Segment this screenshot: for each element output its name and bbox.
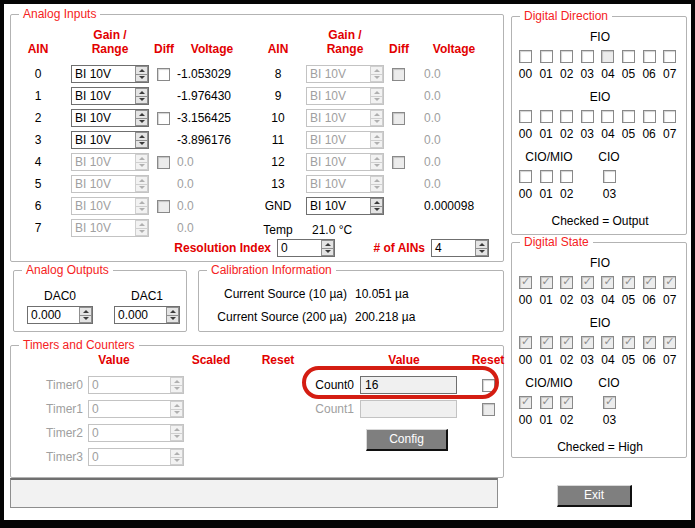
direction-fio-bit-label: 06 <box>642 68 655 81</box>
gain-range-select: BI 10V <box>306 131 384 149</box>
direction-ciomio-label: CIO/MIO <box>525 151 572 164</box>
voltage-value: 0.0 <box>424 156 441 169</box>
direction-eio-label: EIO <box>590 91 611 104</box>
spinner-arrows <box>370 154 383 170</box>
voltage-value: 0.0 <box>177 156 194 169</box>
timers-counters-group: Timers and Counters Value Scaled Reset V… <box>10 345 504 478</box>
resolution-index-spinner-value: 0 <box>278 240 321 256</box>
direction-eio-checkbox-05[interactable] <box>622 110 635 123</box>
direction-eio-bit-label: 05 <box>622 128 635 141</box>
gain-range-select[interactable]: BI 10V <box>306 197 384 215</box>
gain-range-select[interactable]: BI 10V <box>71 109 149 127</box>
diff-cell <box>392 68 405 81</box>
state-eio-bit-label: 02 <box>560 354 573 367</box>
voltage-value: 0.0 <box>424 178 441 191</box>
direction-eio-checkbox-01[interactable] <box>540 110 553 123</box>
gain-range-select-value: BI 10V <box>72 198 135 214</box>
spin-down-icon[interactable] <box>135 96 148 105</box>
spin-down-icon[interactable] <box>166 315 179 324</box>
ain-number: GND <box>258 200 298 213</box>
voltage-value: -3.156425 <box>177 112 231 125</box>
col-header-diff: Diff <box>147 43 181 56</box>
direction-fio-checkbox-00[interactable] <box>519 50 532 63</box>
diff-checkbox[interactable] <box>157 112 170 125</box>
col-header-voltage: Voltage <box>414 43 494 56</box>
direction-eio-checkbox-02[interactable] <box>560 110 573 123</box>
timer-value-spinner-value: 0 <box>89 401 170 417</box>
direction-eio-checkbox-00[interactable] <box>519 110 532 123</box>
spin-down-icon[interactable] <box>370 206 383 215</box>
col-header-range: Range <box>306 43 384 56</box>
gain-range-select-value: BI 10V <box>307 176 370 192</box>
state-fio-bit-label: 05 <box>622 294 635 307</box>
diff-cell <box>157 68 170 81</box>
status-bar <box>10 478 498 508</box>
direction-fio-checkbox-05[interactable] <box>622 50 635 63</box>
spin-down-icon[interactable] <box>79 315 92 324</box>
spin-down-icon[interactable] <box>321 248 334 257</box>
gain-range-select-value: BI 10V <box>307 154 370 170</box>
spin-down-icon[interactable] <box>475 248 488 257</box>
direction-ciomio-checkbox-01[interactable] <box>540 170 553 183</box>
direction-fio-bit-label: 03 <box>581 68 594 81</box>
exit-button[interactable]: Exit <box>557 485 632 507</box>
spin-down-icon[interactable] <box>135 74 148 83</box>
spinner-arrows <box>135 198 148 214</box>
num-ains-spinner[interactable]: 4 <box>431 239 489 257</box>
diff-checkbox[interactable] <box>157 68 170 81</box>
direction-eio-checkbox-07[interactable] <box>663 110 676 123</box>
ain-row-12: 12BI 10V0.0 <box>258 153 441 171</box>
direction-eio-checkbox-04[interactable] <box>601 110 614 123</box>
direction-cio-checkbox-03[interactable] <box>603 170 616 183</box>
direction-fio-checkbox-07[interactable] <box>663 50 676 63</box>
spin-down-icon <box>135 228 148 237</box>
direction-fio-bit-label: 00 <box>519 68 532 81</box>
direction-fio-bit-label: 05 <box>622 68 635 81</box>
state-eio-checkbox-01 <box>540 336 553 349</box>
counter-reset-checkbox[interactable] <box>482 379 495 392</box>
timer-value-spinner: 0 <box>88 424 184 442</box>
spin-down-icon <box>370 162 383 171</box>
spin-down-icon[interactable] <box>135 118 148 127</box>
direction-eio-bit-label: 02 <box>560 128 573 141</box>
direction-fio-checkbox-02[interactable] <box>560 50 573 63</box>
ain-number: 2 <box>19 112 57 125</box>
direction-fio-checkbox-06[interactable] <box>643 50 656 63</box>
temp-value: 21.0 °C <box>312 224 352 237</box>
header-scaled: Scaled <box>192 354 231 367</box>
config-button[interactable]: Config <box>366 429 448 451</box>
dac1-spinner[interactable]: 0.000 <box>114 306 180 324</box>
spinner-arrows <box>135 176 148 192</box>
cal-10ua-label: Current Source (10 µa) <box>207 287 347 301</box>
direction-fio-checkbox-01[interactable] <box>540 50 553 63</box>
state-ciomio-checkbox-00 <box>519 396 532 409</box>
direction-eio-checkbox-03[interactable] <box>581 110 594 123</box>
timer-row-Timer1: Timer10 <box>41 400 184 418</box>
gain-range-select[interactable]: BI 10V <box>71 87 149 105</box>
ain-number: 3 <box>19 134 57 147</box>
voltage-value: 0.0 <box>424 134 441 147</box>
gain-range-select[interactable]: BI 10V <box>71 131 149 149</box>
digital-direction-title: Digital Direction <box>520 9 612 23</box>
diff-cell <box>157 178 170 191</box>
state-fio-bit-label: 03 <box>581 294 594 307</box>
direction-ciomio-checkbox-02[interactable] <box>560 170 573 183</box>
spin-down-icon <box>170 409 183 418</box>
gain-range-select: BI 10V <box>306 153 384 171</box>
direction-ciomio-checkbox-00[interactable] <box>519 170 532 183</box>
ain-row-11: 11BI 10V0.0 <box>258 131 441 149</box>
ain-number: 4 <box>19 156 57 169</box>
spinner-arrows <box>170 401 183 417</box>
resolution-row: Resolution Index 0 # of AINs 4 <box>161 239 489 257</box>
direction-eio-checkbox-06[interactable] <box>643 110 656 123</box>
timer-row-Timer2: Timer20 <box>41 424 184 442</box>
direction-fio-checkbox-03[interactable] <box>581 50 594 63</box>
calibration-group: Calibration Information Current Source (… <box>198 270 504 332</box>
state-eio-checkbox-02 <box>560 336 573 349</box>
dac0-spinner[interactable]: 0.000 <box>27 306 93 324</box>
gain-range-select[interactable]: BI 10V <box>71 65 149 83</box>
spin-down-icon[interactable] <box>135 140 148 149</box>
spinner-arrows <box>370 110 383 126</box>
counter-value-box[interactable]: 16 <box>360 376 457 394</box>
resolution-index-spinner[interactable]: 0 <box>277 239 335 257</box>
